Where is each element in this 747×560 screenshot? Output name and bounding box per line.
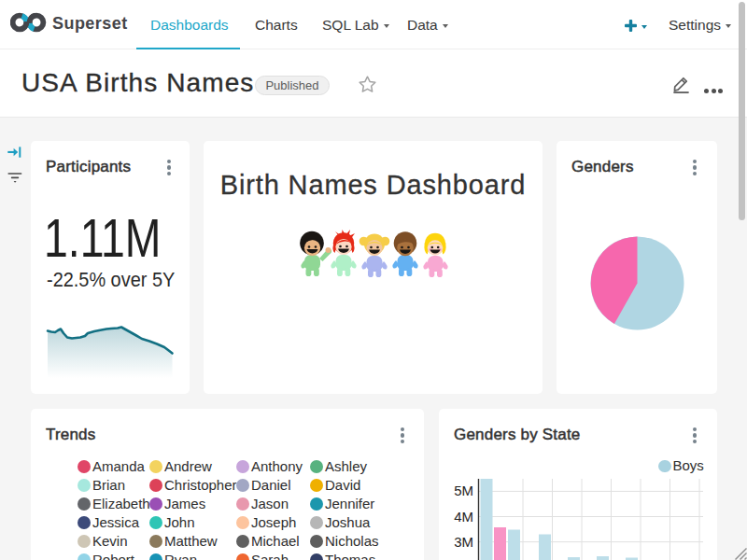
svg-text:3M: 3M [454,534,473,550]
svg-text:5M: 5M [454,483,473,498]
svg-text:4M: 4M [454,509,473,525]
